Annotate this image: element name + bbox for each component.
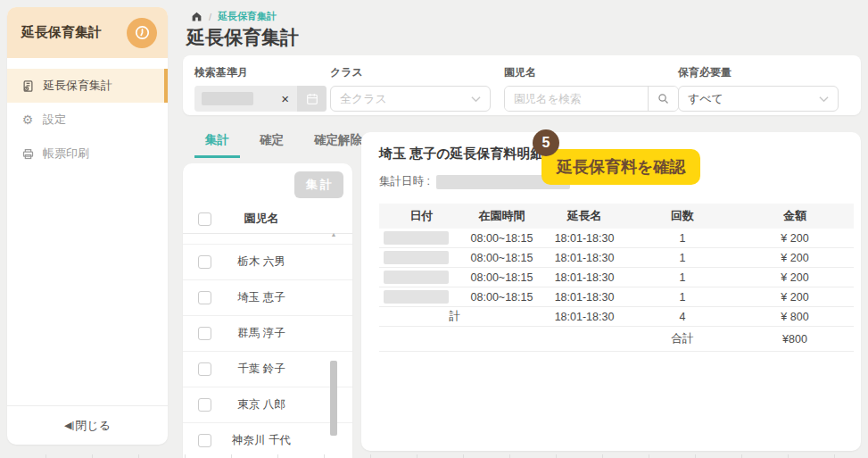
month-input[interactable]: × (194, 86, 327, 112)
filter-search-month: 検索基準月 × (194, 65, 327, 112)
child-name: 群馬 淳子 (183, 326, 340, 341)
detail-table: 日付 在園時間 延長名 回数 金額 08:00~18:15 18:01-18:3… (379, 204, 854, 352)
partial-row (183, 234, 352, 245)
tab-confirm[interactable]: 確定 (249, 132, 294, 158)
sidebar-collapse-button[interactable]: ◀| 閉じる (7, 405, 168, 445)
col-count: 回数 (629, 208, 736, 224)
sidebar-item-report-print[interactable]: 帳票印刷 (7, 137, 168, 171)
sidebar-item-extended-care-aggregation[interactable]: 延長保育集計 (7, 69, 168, 103)
breadcrumb: / 延長保育集計 (191, 10, 277, 23)
report-clock-icon (21, 79, 35, 93)
class-label: クラス (330, 65, 491, 80)
breadcrumb-separator: / (209, 12, 211, 22)
class-select[interactable]: 全クラス (330, 86, 491, 112)
detail-table-body: 08:00~18:15 18:01-18:30 1 ¥ 200 08:00~18… (379, 229, 854, 307)
scrollbar-thumb[interactable] (330, 361, 337, 436)
list-scrollbar: ▲ (330, 231, 337, 454)
subtotal-row: 計 18:01-18:30 4 ¥ 800 (379, 307, 854, 327)
child-name: 栃木 六男 (183, 254, 340, 270)
child-name-search (504, 86, 679, 112)
sidebar-item-label: 帳票印刷 (43, 146, 89, 162)
extension-name-cell: 18:01-18:30 (540, 232, 629, 245)
app-title: 延長保育集計 (21, 24, 102, 41)
clock-badge (127, 18, 157, 48)
attendance-time-cell: 08:00~18:15 (464, 291, 540, 304)
count-cell: 1 (629, 291, 736, 304)
detail-table-header: 日付 在園時間 延長名 回数 金額 (379, 204, 854, 229)
child-list-item[interactable]: 埼玉 恵子 (183, 280, 352, 316)
aggregated-at-label: 集計日時 : (379, 174, 430, 189)
sidebar-menu: 延長保育集計 ⚙ 設定 帳票印刷 (7, 69, 168, 171)
extension-name-cell: 18:01-18:30 (540, 252, 629, 264)
child-name: 東京 八郎 (183, 397, 340, 412)
search-icon (657, 92, 670, 105)
gear-icon: ⚙ (21, 112, 35, 127)
redacted-date (384, 231, 449, 245)
extension-name-cell: 18:01-18:30 (540, 291, 629, 304)
amount-cell: ¥ 200 (736, 232, 854, 245)
sidebar-item-label: 延長保育集計 (43, 78, 112, 94)
aggregate-button-row: 集計 (183, 163, 352, 204)
subtotal-extension: 18:01-18:30 (540, 311, 629, 323)
care-amount-select[interactable]: すべて (678, 86, 839, 112)
redacted-date (384, 251, 449, 264)
sidebar-item-settings[interactable]: ⚙ 設定 (7, 103, 168, 137)
total-label: 合計 (629, 331, 736, 346)
sidebar: 延長保育集計 延長保育集計 ⚙ 設定 (7, 7, 168, 445)
home-icon[interactable] (191, 11, 203, 22)
attendance-time-cell: 08:00~18:15 (464, 252, 540, 264)
fee-table-row: 08:00~18:15 18:01-18:30 1 ¥ 200 (379, 229, 854, 248)
chevron-down-icon (471, 96, 481, 103)
scroll-up-icon[interactable]: ▲ (330, 231, 337, 238)
month-label: 検索基準月 (194, 65, 327, 80)
breadcrumb-current[interactable]: 延長保育集計 (218, 10, 277, 23)
filter-bar: 検索基準月 × クラス 全クラス 園児名 (183, 55, 861, 115)
collapse-label: 閉じる (75, 418, 111, 434)
amount-cell: ¥ 200 (736, 252, 854, 264)
tab-aggregate[interactable]: 集計 (194, 132, 240, 158)
sidebar-header: 延長保育集計 (7, 7, 168, 58)
col-amount: 金額 (736, 208, 854, 224)
calendar-button[interactable] (297, 86, 327, 112)
subtotal-amount: ¥ 800 (736, 311, 854, 323)
chevron-down-icon (819, 96, 829, 103)
date-cell (379, 271, 464, 284)
count-cell: 1 (629, 252, 736, 264)
fee-table-row: 08:00~18:15 18:01-18:30 1 ¥ 200 (379, 268, 854, 287)
date-cell (379, 231, 464, 245)
child-list-item[interactable]: 神奈川 千代 (183, 423, 352, 458)
care-amount-value: すべて (688, 91, 723, 107)
extension-name-cell: 18:01-18:30 (540, 271, 629, 284)
aggregate-button[interactable]: 集計 (294, 171, 343, 198)
child-name-input[interactable] (505, 87, 648, 111)
care-amount-label: 保育必要量 (678, 65, 839, 80)
sidebar-item-label: 設定 (43, 112, 66, 128)
total-row: 合計 ¥800 (379, 327, 854, 352)
clear-icon[interactable]: × (273, 91, 297, 106)
extension-fee-detail-panel: 5 延長保育料を確認 埼玉 恵子の延長保育料明細 集計日時 : 日付 在園時間 … (361, 132, 861, 451)
col-extension-name: 延長名 (540, 208, 629, 224)
clock-icon (134, 24, 151, 41)
child-list-panel: 集計 園児名 栃木 六男 埼玉 恵子 群馬 淳子 千葉 鈴子 東京 八郎 神奈川… (183, 163, 352, 458)
col-date: 日付 (379, 208, 464, 224)
subtotal-count: 4 (629, 311, 736, 323)
child-list-item[interactable]: 群馬 淳子 (183, 316, 352, 352)
printer-icon (21, 147, 35, 161)
child-list-item[interactable]: 東京 八郎 (183, 387, 352, 423)
search-button[interactable] (648, 87, 678, 111)
attendance-time-cell: 08:00~18:15 (464, 232, 540, 245)
child-name: 神奈川 千代 (183, 433, 340, 448)
redacted-month-value (202, 92, 253, 105)
filter-class: クラス 全クラス (330, 65, 491, 112)
subtotal-label: 計 (379, 309, 464, 324)
redacted-date (384, 271, 449, 284)
annotation-callout: 延長保育料を確認 (541, 149, 700, 185)
date-cell (379, 251, 464, 264)
child-list-item[interactable]: 千葉 鈴子 (183, 352, 352, 387)
total-amount: ¥800 (736, 333, 854, 346)
collapse-icon: ◀| (64, 420, 74, 431)
child-list-item[interactable]: 栃木 六男 (183, 245, 352, 280)
filter-child-name: 園児名 (504, 65, 679, 112)
fee-table-row: 08:00~18:15 18:01-18:30 1 ¥ 200 (379, 287, 854, 307)
attendance-time-cell: 08:00~18:15 (464, 271, 540, 284)
